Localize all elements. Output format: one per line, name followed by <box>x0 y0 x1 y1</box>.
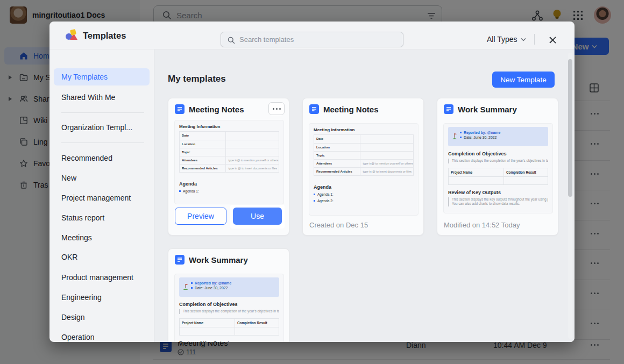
template-nav-my-templates-label[interactable]: My Templates <box>61 68 108 85</box>
template-nav-shared-with-me[interactable]: Shared With Me <box>61 89 115 106</box>
modal-title: Templates <box>83 31 126 41</box>
modal-scrollbar[interactable] <box>568 59 572 197</box>
card-title: Meeting Notes <box>189 105 244 114</box>
template-thumbnail: Reported by: @name Date: June 30, 2022 C… <box>174 274 284 342</box>
doc-icon <box>175 104 185 114</box>
template-nav-design[interactable]: Design <box>61 309 85 326</box>
type-filter-label: All Types <box>487 35 517 44</box>
doc-icon <box>309 104 319 114</box>
divider <box>534 34 535 45</box>
screen: mingritoutiao1 Docs Hom My S Shar Wiki L… <box>0 0 624 364</box>
card-footer: Created on Dec 15 <box>309 221 368 229</box>
templates-modal: Templates All Types My Templates Shared … <box>49 22 575 342</box>
template-nav-okr[interactable]: OKR <box>61 248 77 266</box>
template-nav-project-management[interactable]: Project management <box>61 189 131 206</box>
template-nav-engineering[interactable]: Engineering <box>61 289 102 306</box>
use-button[interactable]: Use <box>233 208 282 225</box>
close-icon[interactable] <box>545 33 559 47</box>
template-card-work-summary[interactable]: Work Summary Reported by: @name Date: Ju… <box>168 248 289 342</box>
divider <box>61 142 144 143</box>
card-title: Meeting Notes <box>323 105 379 114</box>
new-template-button[interactable]: New Template <box>492 72 555 88</box>
template-thumbnail: Meeting Information Date Location Topic … <box>174 120 284 204</box>
chevron-down-icon <box>521 38 526 41</box>
doc-icon <box>175 255 185 265</box>
template-nav-meetings[interactable]: Meetings <box>61 229 92 246</box>
template-nav-new[interactable]: New <box>61 169 76 187</box>
card-footer: Modified on 14:52 Today <box>444 221 520 229</box>
template-card-meeting-notes[interactable]: Meeting Notes Meeting Information Date L… <box>168 98 289 235</box>
preview-button[interactable]: Preview <box>175 208 226 225</box>
template-nav-organization[interactable]: Organization Templ... <box>61 119 132 136</box>
modal-header: Templates All Types <box>49 22 575 49</box>
template-card-meeting-notes[interactable]: Meeting Notes Meeting Information Date L… <box>302 98 424 235</box>
doc-icon <box>444 104 453 114</box>
card-title: Work Summary <box>189 255 248 265</box>
template-search[interactable] <box>221 32 403 47</box>
flag-icon <box>182 283 189 290</box>
type-filter-dropdown[interactable]: All Types <box>487 34 526 45</box>
template-thumbnail: Reported by: @name Date: June 30, 2022 C… <box>443 123 553 213</box>
card-more-icon[interactable] <box>268 102 285 115</box>
template-nav-recommended[interactable]: Recommended <box>61 149 112 167</box>
template-nav-product-management[interactable]: Product management <box>61 269 133 286</box>
template-card-work-summary[interactable]: Work Summary Reported by: @name Date: Ju… <box>437 98 558 235</box>
template-nav-operation[interactable]: Operation <box>61 329 94 342</box>
page-title: My templates <box>168 74 226 84</box>
template-nav-status-report[interactable]: Status report <box>61 209 104 226</box>
template-thumbnail: Meeting Information Date Location Topic … <box>309 123 419 216</box>
flag-icon <box>451 133 458 140</box>
templates-logo-icon <box>66 30 79 41</box>
search-icon <box>228 37 235 44</box>
divider <box>61 112 144 113</box>
template-search-input[interactable] <box>239 33 395 46</box>
card-title: Work Summary <box>458 105 517 114</box>
